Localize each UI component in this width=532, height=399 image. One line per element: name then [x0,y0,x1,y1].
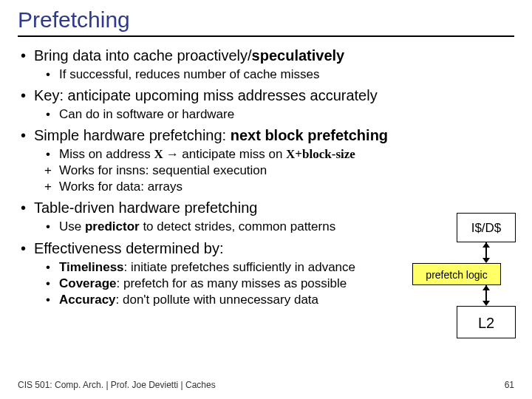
t: anticipate miss on [182,147,286,161]
page-title: Prefetching [18,7,514,37]
t: to detect strides, common patterns [140,219,336,233]
sub-list: Timeliness: initiate prefetches sufficie… [34,259,454,308]
sub-list: Use predictor to detect strides, common … [34,219,454,235]
bullet-1: Bring data into cache proactively/specul… [18,46,454,83]
t: Use [59,219,85,233]
sub-bullet-plus: Works for insns: sequential execution [34,163,454,179]
arrow-up-icon [482,242,490,248]
t: : prefetch for as many misses as possibl… [116,276,347,290]
text: Simple hardware prefetching: [34,127,231,143]
sub-bullet: If successful, reduces number of cache m… [34,66,454,83]
bold: next block prefetching [231,127,388,143]
text: Key: anticipate upcoming miss addresses … [34,87,378,103]
arrow-up-icon [482,285,490,290]
content: Bring data into cache proactively/specul… [18,46,454,308]
bullet-2: Key: anticipate upcoming miss addresses … [18,86,454,123]
arrow-down-icon [482,258,490,263]
bold: Coverage [59,276,116,290]
sub-bullet: Coverage: prefetch for as many misses as… [34,276,454,292]
bold: Timeliness [59,260,124,274]
bold: speculatively [252,47,345,64]
text: Table-driven hardware prefetching [34,200,257,216]
sub-bullet-plus: Works for data: arrays [34,179,454,195]
bullet-list: Bring data into cache proactively/specul… [18,46,454,308]
sub-bullet: Use predictor to detect strides, common … [34,219,454,235]
t: Miss on address [59,147,154,161]
sub-bullet: Accuracy: don't pollute with unnecessary… [34,292,454,308]
slide: Prefetching Bring data into cache proact… [0,0,532,399]
text: Effectiveness determined by: [34,240,223,256]
sub-bullet: Can do in software or hardware [34,106,454,123]
t: : initiate prefetches sufficiently in ad… [124,260,355,274]
page-number: 61 [505,380,514,390]
sub-list: Can do in software or hardware [34,106,454,123]
bullet-4: Table-driven hardware prefetching Use pr… [18,198,454,235]
bold: predictor [85,219,140,233]
cache-box: I$/D$ [457,213,516,242]
bullet-3: Simple hardware prefetching: next block … [18,126,454,195]
arrow-icon: → [163,147,183,161]
var-x: X [154,147,163,161]
sub-list: If successful, reduces number of cache m… [34,66,454,83]
text: Bring data into cache proactively/ [34,47,252,64]
sub-list: Miss on address X → anticipate miss on X… [34,146,454,195]
t: : don't pollute with unnecessary data [116,293,318,307]
footer-text: CIS 501: Comp. Arch. | Prof. Joe Deviett… [18,380,216,390]
bold: Accuracy [59,293,116,307]
arrow-down-icon [482,301,490,306]
prefetch-logic-box: prefetch logic [412,263,501,285]
l2-box: L2 [457,306,516,338]
sub-bullet: Timeliness: initiate prefetches sufficie… [34,259,454,276]
sub-bullet: Miss on address X → anticipate miss on X… [34,146,454,163]
var-xblk: X+block-size [286,147,355,161]
memory-diagram: I$/D$ prefetch logic L2 [457,213,516,338]
bullet-5: Effectiveness determined by: Timeliness:… [18,239,454,308]
